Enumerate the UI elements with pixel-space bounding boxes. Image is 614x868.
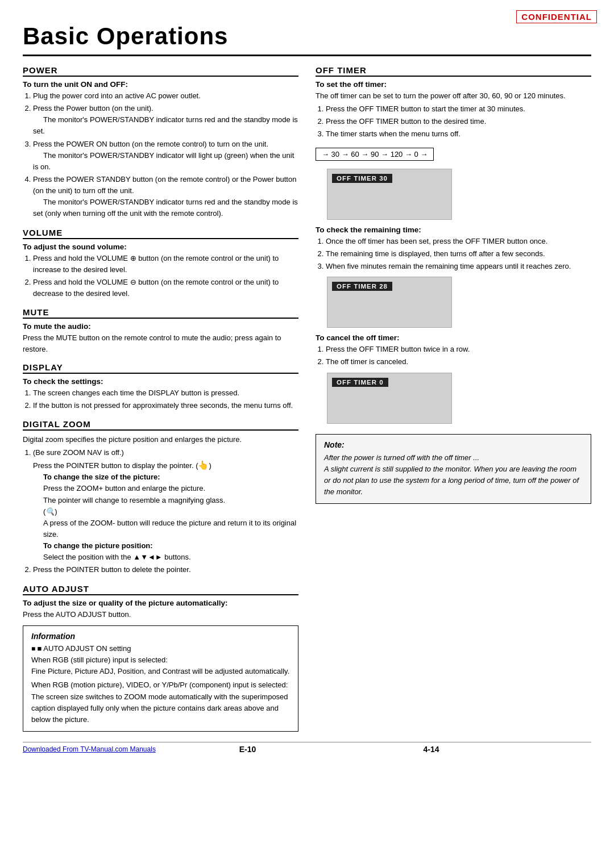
off-timer-step-1: Press the OFF TIMER button to start the … [326,103,591,115]
off-timer-screen-2: OFF TIMER 28 [327,277,452,328]
section-digital-zoom: DIGITAL ZOOM [23,419,298,431]
info-sub: ■ AUTO ADJUST ON setting [31,643,290,654]
info-body2: Fine Picture, Picture ADJ, Position, and… [31,666,290,677]
footer-page-left: E-10 [156,745,339,754]
off-timer-step-2: Press the OFF TIMER button to the desire… [326,116,591,127]
off-timer-screen-3-label: OFF TIMER 0 [332,378,388,387]
footer: Downloaded From TV-Manual.com Manuals E-… [23,742,591,754]
info-body3: When RGB (motion picture), VIDEO, or Y/P… [31,679,290,725]
volume-step-2: Press and hold the VOLUME ⊖ button (on t… [33,277,298,299]
section-power: POWER [23,65,298,77]
check-step-2: The remaining time is displayed, then tu… [326,248,591,260]
change-pos-1: Select the position with the ▲▼◄► button… [43,552,298,563]
section-display: DISPLAY [23,362,298,374]
pointer-icon: 👆 [198,460,209,470]
power-steps: Plug the power cord into an active AC po… [33,90,298,220]
auto-adjust-info-box: Information ■ AUTO ADJUST ON setting Whe… [23,625,298,732]
confidential-badge: CONFIDENTIAL [516,10,597,23]
change-size-5: A press of the ZOOM- button will reduce … [43,518,298,540]
auto-adjust-setting-label: ■ AUTO ADJUST ON setting [31,644,131,653]
display-step-2: If the button is not pressed for approxi… [33,400,298,411]
footer-page-center: 4-14 [339,745,523,754]
display-steps: The screen changes each time the DISPLAY… [33,387,298,411]
cancel-step-2: The off timer is canceled. [326,356,591,368]
page-title: Basic Operations [23,23,591,50]
change-size-title: To change the size of the picture: [43,471,298,483]
note-title: Note: [324,440,583,449]
off-timer-screen-3: OFF TIMER 0 [327,373,452,424]
zoom-change-pos: To change the picture position: Select t… [43,540,298,563]
change-size-2: The pointer will change to resemble a ma… [43,495,298,506]
power-step-2: Press the Power button (on the unit). Th… [33,103,298,137]
off-timer-body: The off timer can be set to turn the pow… [316,90,591,102]
timer-arrow-sequence: → 30 → 60 → 90 → 120 → 0 → [316,148,434,161]
volume-subsection-title: To adjust the sound volume: [23,243,298,251]
auto-adjust-sub: To adjust the size or quality of the pic… [23,599,298,607]
off-timer-check-steps: Once the off timer has been set, press t… [326,236,591,272]
power-step-2-detail: The monitor's POWER/STANDBY indicator tu… [33,115,298,135]
note-box: Note: After the power is turned off with… [316,434,591,504]
digital-zoom-body: Digital zoom specifies the picture posit… [23,434,298,445]
auto-adjust-body: Press the AUTO ADJUST button. [23,609,298,620]
cancel-step-1: Press the OFF TIMER button twice in a ro… [326,344,591,355]
check-step-3: When five minutes remain the remaining t… [326,261,591,272]
off-timer-step-3: The timer starts when the menu turns off… [326,128,591,140]
note-text: After the power is turned off with the o… [324,452,583,498]
digital-zoom-step-2: Press the POINTER button to delete the p… [33,564,298,575]
display-step-1: The screen changes each time the DISPLAY… [33,387,298,399]
power-step-1: Plug the power cord into an active AC po… [33,90,298,102]
power-step-3: Press the POWER ON button (on the remote… [33,139,298,173]
off-timer-cancel-steps: Press the OFF TIMER button twice in a ro… [326,344,591,368]
right-column: OFF TIMER To set the off timer: The off … [316,65,591,732]
timer-arrow-row-container: → 30 → 60 → 90 → 120 → 0 → [316,144,591,164]
footer-link[interactable]: Downloaded From TV-Manual.com Manuals [23,745,156,753]
digital-zoom-steps: (Be sure ZOOM NAV is off.) Press the POI… [33,447,298,576]
power-subsection-title: To turn the unit ON and OFF: [23,80,298,89]
zoom-step-1-pre: (Be sure ZOOM NAV is off.) [33,448,124,457]
section-auto-adjust: AUTO ADJUST [23,584,298,595]
power-step-3-detail: The monitor's POWER/STANDBY indicator wi… [33,151,294,171]
zoom-change-size: To change the size of the picture: Press… [43,471,298,540]
volume-steps: Press and hold the VOLUME ⊕ button (on t… [33,253,298,300]
power-step-4-detail: The monitor's POWER/STANDBY indicator tu… [33,198,298,218]
change-size-3-4: (🔍) [43,506,298,518]
volume-step-1: Press and hold the VOLUME ⊕ button (on t… [33,253,298,276]
off-timer-cancel-sub: To cancel the off timer: [316,333,591,342]
off-timer-screen-2-label: OFF TIMER 28 [332,282,392,291]
info-body1: When RGB (still picture) input is select… [31,654,290,666]
mute-body: Press the MUTE button on the remote cont… [23,332,298,354]
left-column: POWER To turn the unit ON and OFF: Plug … [23,65,298,732]
power-step-4: Press the POWER STANDBY button (on the r… [33,174,298,220]
off-timer-screen-1-label: OFF TIMER 30 [332,174,392,183]
info-title: Information [31,632,290,641]
section-volume: VOLUME [23,228,298,239]
off-timer-set-sub: To set the off timer: [316,80,591,89]
off-timer-screen-1: OFF TIMER 30 [327,169,452,220]
change-pos-title: To change the picture position: [43,540,298,552]
display-subsection-title: To check the settings: [23,377,298,386]
digital-zoom-step-1: (Be sure ZOOM NAV is off.) Press the POI… [33,447,298,564]
check-step-1: Once the off timer has been set, press t… [326,236,591,247]
off-timer-check-sub: To check the remaining time: [316,226,591,234]
section-off-timer: OFF TIMER [316,65,591,77]
mute-subsection-title: To mute the audio: [23,322,298,331]
off-timer-set-steps: Press the OFF TIMER button to start the … [326,103,591,140]
section-mute: MUTE [23,307,298,319]
change-size-1: Press the ZOOM+ button and enlarge the p… [43,483,298,494]
magnify-icon: 🔍 [45,507,55,516]
